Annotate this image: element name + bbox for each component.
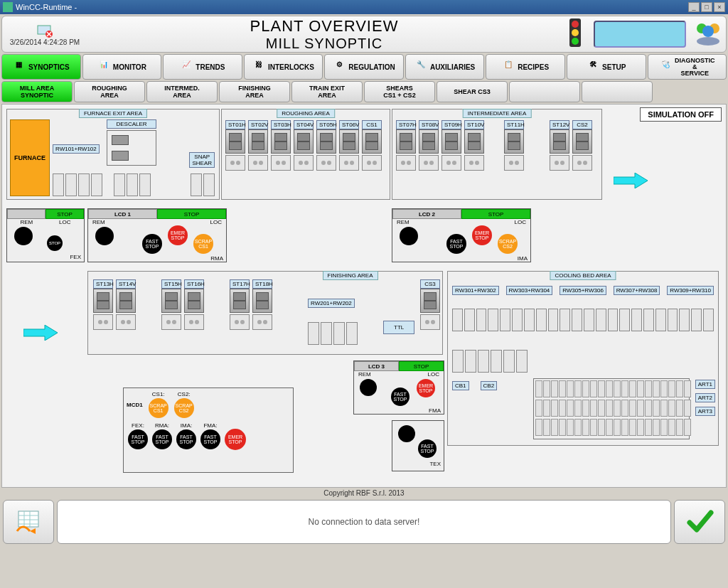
app-icon <box>3 2 13 12</box>
stand-st14v[interactable]: ST14V <box>116 279 136 330</box>
export-button[interactable] <box>3 500 54 544</box>
sub-finishing[interactable]: FINISHING AREA <box>219 81 290 102</box>
art1[interactable]: ART1 <box>695 380 715 389</box>
synoptic-canvas: SIMULATION OFF FURNACE EXIT AREA FURNACE… <box>1 104 727 488</box>
stand-st10v[interactable]: ST10V <box>464 120 484 171</box>
spreadsheet-icon <box>14 510 43 534</box>
stand-st05h[interactable]: ST05H <box>316 120 336 171</box>
regulation-icon: ⚙ <box>333 60 346 73</box>
monitor-icon: 📊 <box>97 60 110 73</box>
simulation-status: SIMULATION OFF <box>640 107 722 122</box>
nav-trends[interactable]: 📈TRENDS <box>163 54 242 80</box>
sub-empty-2[interactable] <box>582 81 653 102</box>
rw-tag[interactable]: RW307+RW308 <box>614 286 660 295</box>
mcd1-panel[interactable]: MCD1 CS1:SCRAP CS1 CS2:SCRAP CS2 FEX:FAS… <box>123 387 294 473</box>
ttl-box[interactable]: TTL <box>383 319 414 334</box>
sub-intermed[interactable]: INTERMED. AREA <box>146 81 218 102</box>
sub-roughing[interactable]: ROUGHING AREA <box>74 81 145 102</box>
nav-auxiliaries[interactable]: 🔧AUXILIARIES <box>405 54 485 80</box>
tex-panel[interactable]: FAST STOP TEX <box>392 420 444 471</box>
maximize-button[interactable]: □ <box>701 2 712 12</box>
stand-st11h[interactable]: ST11H <box>504 120 524 171</box>
rw-tag[interactable]: RW303+RW304 <box>506 286 553 295</box>
cooling-group: COOLING BED AREA RW301+RW302RW303+RW304R… <box>447 271 719 446</box>
art2[interactable]: ART2 <box>695 393 715 402</box>
furnace-exit-label: FURNACE EXIT AREA <box>79 109 147 118</box>
cooling-bed <box>533 378 690 439</box>
rw101-tag[interactable]: RW101+RW102 <box>53 141 100 154</box>
snap-shear[interactable]: SNAP SHEAR <box>189 152 215 168</box>
cb1-tag[interactable]: CB1 <box>452 381 469 390</box>
nav-recipes[interactable]: 📋RECIPES <box>486 54 565 80</box>
lcd2-panel[interactable]: LCD 2STOP REMLOC FAST STOP EMER STOP SCR… <box>392 208 531 262</box>
stand-st08v[interactable]: ST08V <box>419 120 439 171</box>
cabinet <box>53 173 64 196</box>
descaler[interactable]: DESCALER <box>107 119 156 166</box>
stand-st17h[interactable]: ST17H <box>230 279 250 330</box>
setup-icon: 🛠 <box>587 60 599 73</box>
svg-point-4 <box>572 29 579 36</box>
trends-icon: 📈 <box>180 60 193 73</box>
stand-st12v[interactable]: ST12V <box>550 120 569 171</box>
confirm-button[interactable] <box>674 500 725 544</box>
copyright: Copyright RBF S.r.l. 2013 <box>0 489 728 497</box>
stand-cs3[interactable]: CS3 <box>420 279 440 330</box>
stand-st15h[interactable]: ST15H <box>161 279 181 330</box>
sub-shear-cs3[interactable]: SHEAR CS3 <box>437 81 508 102</box>
nav-regulation[interactable]: ⚙REGULATION <box>324 54 404 80</box>
stand-st04v[interactable]: ST04V <box>294 120 314 171</box>
sub-shears-cs12[interactable]: SHEARS CS1 + CS2 <box>364 81 435 102</box>
stand-st16h[interactable]: ST16H <box>184 279 204 330</box>
header-bar: 3/26/2014 4:24:28 PM PLANT OVERVIEW MILL… <box>1 16 727 53</box>
nav-diagnostic[interactable]: 🩺DIAGNOSTIC & SERVICE <box>648 54 727 80</box>
stand-st13h[interactable]: ST13H <box>93 279 113 330</box>
recipes-icon: 📋 <box>502 60 515 73</box>
sub-train-exit[interactable]: TRAIN EXIT AREA <box>291 81 363 102</box>
main-nav: ▦SYNOPTICS 📊MONITOR 📈TRENDS ⛓INTERLOCKS … <box>1 54 727 80</box>
interlocks-icon: ⛓ <box>252 60 265 73</box>
rw-tag[interactable]: RW305+RW306 <box>560 286 606 295</box>
stand-st07h[interactable]: ST07H <box>396 120 416 171</box>
synoptics-icon: ▦ <box>13 60 26 73</box>
checkmark-icon <box>685 510 714 534</box>
sub-empty-1[interactable] <box>509 81 580 102</box>
rw201-tag[interactable]: RW201+RW202 <box>308 295 355 308</box>
furnace-exit-group: FURNACE EXIT AREA FURNACE RW101+RW102 DE… <box>6 109 220 200</box>
rw-tag[interactable]: RW309+RW310 <box>667 286 714 295</box>
svg-marker-13 <box>30 528 36 534</box>
stand-st03h[interactable]: ST03H <box>271 120 291 171</box>
status-message: No connection to data server! <box>57 500 671 544</box>
lcd1-panel[interactable]: LCD 1STOP REMLOC FAST STOP EMER STOP SCR… <box>87 208 227 262</box>
stand-cs2[interactable]: CS2 <box>572 120 592 171</box>
nav-monitor[interactable]: 📊MONITOR <box>82 54 162 80</box>
sub-mill-area[interactable]: MILL AREA SYNOPTIC <box>1 81 73 102</box>
svg-point-5 <box>572 38 579 45</box>
nav-setup[interactable]: 🛠SETUP <box>567 54 646 80</box>
svg-point-9 <box>697 37 719 46</box>
minimize-button[interactable]: _ <box>688 2 700 12</box>
page-title-1: PLANT OVERVIEW <box>87 17 561 36</box>
flow-arrow-right-2 <box>23 325 58 341</box>
cb2-tag[interactable]: CB2 <box>481 381 498 390</box>
fex-panel[interactable]: STOP REMLOC STOP FEX <box>6 208 85 262</box>
svg-point-3 <box>572 21 579 28</box>
lcd3-panel[interactable]: LCD 3STOP REMLOC FAST STOP EMER STOP FMA <box>353 360 444 415</box>
stand-st01h[interactable]: ST01H <box>225 120 245 171</box>
art3[interactable]: ART3 <box>695 407 715 416</box>
rw-tag[interactable]: RW301+RW302 <box>452 286 499 295</box>
furnace-block[interactable]: FURNACE <box>10 119 50 196</box>
nav-synoptics[interactable]: ▦SYNOPTICS <box>1 54 81 80</box>
disconnected-icon <box>35 23 55 38</box>
stand-st09h[interactable]: ST09H <box>441 120 461 171</box>
stand-st06v[interactable]: ST06V <box>339 120 359 171</box>
stand-strip-roughing: ST01HST02VST03HST04VST05HST06VCS1 <box>225 120 382 171</box>
stand-st18h[interactable]: ST18H <box>252 279 272 330</box>
close-button[interactable]: × <box>714 2 725 12</box>
flow-arrow-right-1 <box>614 173 648 188</box>
timestamp: 3/26/2014 4:24:28 PM <box>10 38 80 46</box>
stand-cs1[interactable]: CS1 <box>362 120 382 171</box>
nav-interlocks[interactable]: ⛓INTERLOCKS <box>244 54 323 80</box>
stand-st02v[interactable]: ST02V <box>248 120 268 171</box>
status-panel[interactable] <box>594 21 686 48</box>
users-button[interactable] <box>690 20 726 48</box>
